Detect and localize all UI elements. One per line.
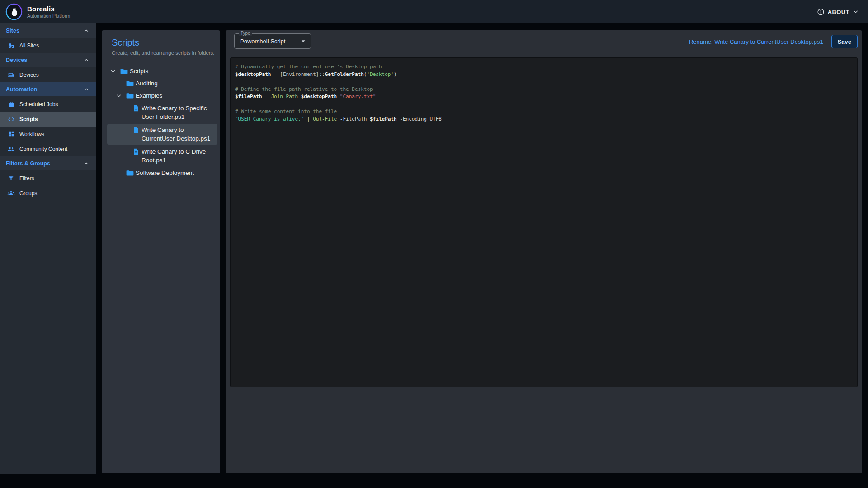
- tree-item-label: Software Deployment: [136, 169, 194, 177]
- sidebar-item-label: Community Content: [19, 146, 67, 152]
- sidebar-item-devices[interactable]: Devices: [0, 67, 96, 82]
- scheduled-jobs-icon: [7, 101, 15, 108]
- brand: Borealis Automation Platform: [5, 3, 70, 20]
- info-icon: [817, 8, 825, 16]
- sidebar-item-label: Scripts: [19, 116, 38, 122]
- chevron-up-icon: [83, 160, 90, 167]
- dropdown-arrow-icon: [299, 37, 308, 46]
- sidebar-section-devices[interactable]: Devices: [0, 53, 96, 67]
- tree-folder-examples[interactable]: Examples: [107, 90, 217, 101]
- sidebar-item-filters[interactable]: Filters: [0, 171, 96, 186]
- sidebar-item-all-sites[interactable]: All Sites: [0, 38, 96, 53]
- brand-text: Borealis Automation Platform: [27, 5, 70, 19]
- chevron-up-icon: [83, 28, 90, 34]
- groups-icon: [7, 189, 15, 197]
- chevron-slot: [114, 169, 124, 177]
- code-line-4: # Define the file path relative to the D…: [235, 86, 853, 94]
- sidebar-section-sites[interactable]: Sites: [0, 23, 96, 38]
- sidebar-item-label: Devices: [19, 72, 39, 78]
- chevron-slot: [114, 79, 124, 88]
- tree-item-label: Write Canary to C Drive Root.ps1: [142, 147, 216, 164]
- topbar: Borealis Automation Platform ABOUT: [0, 0, 868, 23]
- sidebar-section-label: Filters & Groups: [6, 160, 50, 167]
- folder-icon: [124, 169, 136, 177]
- type-select-value: Powershell Script: [240, 38, 295, 45]
- chevron-down-icon: [853, 9, 859, 15]
- folder-icon: [124, 79, 136, 88]
- sidebar-item-label: Filters: [19, 175, 34, 182]
- tree-item-label: Auditing: [136, 79, 158, 88]
- folder-icon: [118, 67, 130, 75]
- sidebar-item-community-content[interactable]: Community Content: [0, 141, 96, 156]
- borealis-logo-icon: [5, 3, 23, 20]
- tree-folder-software-deployment[interactable]: Software Deployment: [107, 167, 217, 178]
- sidebar-item-label: Groups: [19, 190, 37, 197]
- scripts-panel-subtitle: Create, edit, and rearrange scripts in f…: [112, 50, 220, 56]
- tree-file-write-canary-to-currentuser-desktop-ps1[interactable]: Write Canary to CurrentUser Desktop.ps1: [107, 124, 217, 145]
- type-select-label: Type: [239, 31, 252, 36]
- code-line-5: $filePath = Join-Path $desktopPath "Cana…: [235, 93, 853, 101]
- code-line-3: [235, 78, 853, 86]
- sidebar-section-filters-groups[interactable]: Filters & Groups: [0, 156, 96, 170]
- tree-folder-auditing[interactable]: Auditing: [107, 78, 217, 89]
- tree-item-label: Examples: [136, 91, 162, 100]
- code-line-6: [235, 101, 853, 108]
- chevron-down-icon[interactable]: [108, 67, 118, 75]
- save-button[interactable]: Save: [831, 35, 858, 48]
- scripts-icon: [7, 116, 15, 123]
- filters-icon: [7, 175, 15, 182]
- code-line-8: "USER Canary is alive." | Out-File -File…: [235, 116, 853, 123]
- code-line-1: # Dynamically get the current user's Des…: [235, 63, 853, 71]
- tree-folder-scripts[interactable]: Scripts: [107, 66, 217, 77]
- tree-file-write-canary-to-specific-user-folder-ps1[interactable]: Write Canary to Specific User Folder.ps1: [107, 102, 217, 123]
- file-icon: [130, 126, 142, 134]
- chevron-up-icon: [83, 57, 90, 63]
- devices-icon: [7, 71, 15, 79]
- editor-panel: Type Powershell Script Rename: Write Can…: [226, 30, 862, 473]
- sidebar-item-scheduled-jobs[interactable]: Scheduled Jobs: [0, 97, 96, 112]
- sidebar-item-workflows[interactable]: Workflows: [0, 127, 96, 141]
- file-icon: [130, 104, 142, 113]
- sidebar-section-label: Sites: [6, 28, 19, 34]
- chevron-slot: [120, 126, 130, 134]
- tree-item-label: Write Canary to Specific User Folder.ps1: [142, 104, 216, 121]
- code-line-2: $desktopPath = [Environment]::GetFolderP…: [235, 71, 853, 79]
- sidebar-item-groups[interactable]: Groups: [0, 186, 96, 201]
- chevron-slot: [120, 147, 130, 156]
- sidebar: SitesAll SitesDevicesDevicesAutomationSc…: [0, 23, 96, 474]
- sidebar-section-label: Devices: [6, 57, 27, 63]
- rename-link[interactable]: Rename: Write Canary to CurrentUser Desk…: [689, 38, 823, 45]
- chevron-down-icon[interactable]: [114, 91, 124, 100]
- sidebar-item-label: Workflows: [19, 131, 44, 137]
- folder-icon: [124, 91, 136, 100]
- sidebar-section-automation[interactable]: Automation: [0, 82, 96, 96]
- workflows-icon: [7, 131, 15, 138]
- sidebar-item-label: Scheduled Jobs: [19, 101, 58, 108]
- brand-name: Borealis: [27, 5, 70, 13]
- file-icon: [130, 147, 142, 156]
- chevron-slot: [120, 104, 130, 113]
- scripts-tree: ScriptsAuditingExamplesWrite Canary to S…: [102, 66, 220, 178]
- brand-subtitle: Automation Platform: [27, 13, 70, 19]
- tree-item-label: Write Canary to CurrentUser Desktop.ps1: [142, 126, 216, 143]
- tree-item-label: Scripts: [130, 67, 148, 75]
- community-icon: [7, 145, 15, 153]
- editor-header-actions: Rename: Write Canary to CurrentUser Desk…: [689, 35, 858, 48]
- chevron-up-icon: [83, 86, 90, 93]
- app-root: Borealis Automation Platform ABOUT Sites…: [0, 0, 868, 488]
- scripts-panel: Scripts Create, edit, and rearrange scri…: [102, 30, 220, 473]
- about-label: ABOUT: [828, 9, 849, 15]
- sidebar-section-label: Automation: [6, 86, 37, 93]
- script-type-select[interactable]: Type Powershell Script: [234, 33, 311, 49]
- code-line-7: # Write some content into the file: [235, 108, 853, 116]
- sidebar-item-label: All Sites: [19, 42, 39, 49]
- sites-icon: [7, 42, 15, 49]
- scripts-panel-title: Scripts: [112, 38, 220, 48]
- tree-file-write-canary-to-c-drive-root-ps1[interactable]: Write Canary to C Drive Root.ps1: [107, 145, 217, 166]
- about-menu[interactable]: ABOUT: [817, 8, 859, 16]
- sidebar-item-scripts[interactable]: Scripts: [0, 112, 96, 127]
- code-editor[interactable]: # Dynamically get the current user's Des…: [230, 57, 858, 387]
